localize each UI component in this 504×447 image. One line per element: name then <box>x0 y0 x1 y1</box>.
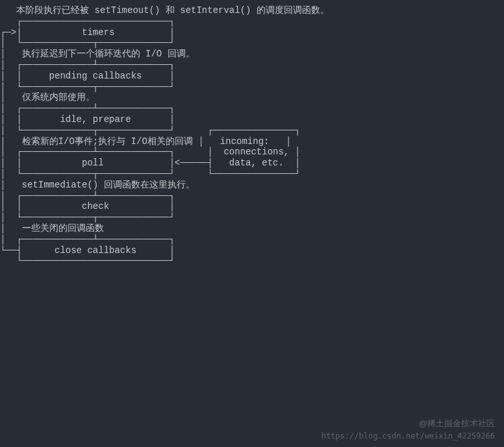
desc-close-callbacks: │ 一些关闭的回调函数 <box>0 223 104 234</box>
desc-timers: 本阶段执行已经被 setTimeout() 和 setInterval() 的调… <box>0 5 329 16</box>
box-edge: │ ┌─────────────┴─────────────┐ │ connec… <box>0 147 300 157</box>
box-edge: │ ┌─────────────┴─────────────┐ <box>0 60 175 70</box>
phase-poll: │ │ poll │<─────┤ data, etc. │ <box>0 158 300 168</box>
box-edge: │ └─────────────┬─────────────┘ <box>0 82 175 92</box>
phase-idle-prepare: │ │ idle, prepare │ <box>0 114 175 125</box>
phase-timers: ┌─>│ timers │ <box>0 27 175 38</box>
phase-check: │ │ check │ <box>0 201 175 211</box>
phase-pending-callbacks: │ │ pending callbacks │ <box>0 71 175 81</box>
box-edge: │ ┌─────────────┴─────────────┐ <box>0 191 175 201</box>
ascii-diagram: 本阶段执行已经被 setTimeout() 和 setInterval() 的调… <box>0 0 504 267</box>
box-edge: │ ┌─────────────┴─────────────┐ <box>0 234 175 245</box>
box-edge: │ └─────────────┬─────────────┘ └───────… <box>0 169 300 179</box>
box-edge: └───────────────────────────┘ <box>0 256 175 266</box>
box-edge: ┌───────────────────────────┐ <box>0 16 175 27</box>
desc-pending-callbacks: │ 执行延迟到下一个循环迭代的 I/O 回调。 <box>0 49 195 59</box>
box-edge: │ └─────────────┬─────────────┘ <box>0 38 175 48</box>
phase-close-callbacks: └──┤ close callbacks │ <box>0 245 175 256</box>
box-edge: │ └─────────────┬─────────────┘ <box>0 212 175 223</box>
desc-poll: │ 检索新的I/O事件;执行与 I/O相关的回调 │ incoming: │ <box>0 136 291 147</box>
box-edge: │ └─────────────┬─────────────┘ ┌───────… <box>0 125 300 136</box>
box-edge: │ ┌─────────────┴─────────────┐ <box>0 103 175 114</box>
desc-idle-prepare: │ 仅系统内部使用。 <box>0 92 95 103</box>
desc-check: │ setImmediate() 回调函数在这里执行。 <box>0 180 195 190</box>
watermark-url: https://blog.csdn.net/weixin_42259266 <box>321 431 495 441</box>
watermark-community: @稀土掘金技术社区 <box>419 418 495 429</box>
